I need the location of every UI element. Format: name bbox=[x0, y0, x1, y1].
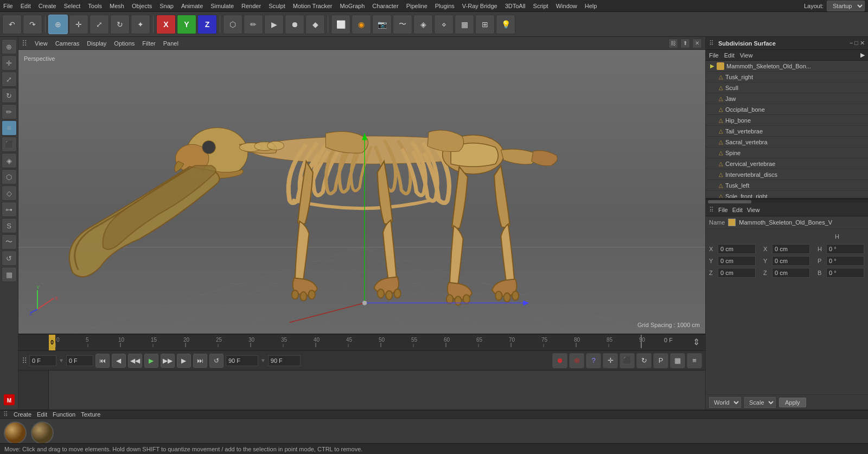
tree-item-root[interactable]: ▶ Mammoth_Skeleton_Old_Bon... bbox=[706, 61, 868, 72]
x-axis-button[interactable]: X bbox=[156, 15, 176, 34]
rp-expand-btn[interactable]: □ bbox=[854, 40, 858, 47]
move-tool-anim-btn[interactable]: ✛ bbox=[603, 353, 618, 368]
menu-3dtoall[interactable]: 3DToAll bbox=[505, 3, 526, 9]
sidebar-icon-bevel[interactable]: ◈ bbox=[2, 153, 17, 168]
field-button[interactable]: ▦ bbox=[455, 15, 474, 34]
tree-item-6[interactable]: △ Sacral_vertebra bbox=[706, 137, 868, 148]
object-tree[interactable]: ▶ Mammoth_Skeleton_Old_Bon... △ Tusk_rig… bbox=[706, 61, 868, 199]
sidebar-icon-extrude[interactable]: ⬛ bbox=[2, 137, 17, 152]
render-region-button[interactable]: ⊞ bbox=[475, 15, 495, 34]
menu-file[interactable]: File bbox=[3, 3, 13, 9]
tree-hscrollbar[interactable] bbox=[706, 199, 868, 203]
sidebar-icon-knife[interactable]: ⌗ bbox=[2, 120, 17, 136]
viewport-handle[interactable]: ⠿ bbox=[22, 39, 27, 48]
x-position-input[interactable] bbox=[718, 244, 756, 254]
next-frame-button[interactable]: ▶ bbox=[177, 354, 191, 368]
menu-sculpt[interactable]: Sculpt bbox=[269, 3, 285, 9]
transform-tool-button[interactable]: ✦ bbox=[131, 15, 150, 34]
timeline-track[interactable] bbox=[49, 370, 705, 410]
menu-create[interactable]: Create bbox=[39, 3, 56, 9]
vp-expand-btn[interactable]: ⬆ bbox=[680, 39, 690, 48]
viewport-menu-display[interactable]: Display bbox=[87, 40, 106, 47]
menu-window[interactable]: Window bbox=[556, 3, 577, 9]
prev-frame-button[interactable]: ◀ bbox=[112, 354, 126, 368]
tree-item-8[interactable]: △ Cervical_vertebrae bbox=[706, 158, 868, 169]
object-color-swatch[interactable] bbox=[728, 219, 736, 226]
vp-close-btn[interactable]: ✕ bbox=[692, 39, 702, 48]
sidebar-icon-smooth-shift[interactable]: S bbox=[2, 218, 17, 233]
goto-start-button[interactable]: ⏮ bbox=[95, 354, 110, 368]
viewport-menu-filter[interactable]: Filter bbox=[142, 40, 155, 47]
tree-item-0[interactable]: △ Tusk_right bbox=[706, 72, 868, 82]
tree-item-7[interactable]: △ Spine bbox=[706, 148, 868, 158]
sidebar-icon-bridge[interactable]: ⬡ bbox=[2, 169, 17, 184]
b-rotation-input[interactable] bbox=[826, 268, 864, 278]
viewport-menu-panel[interactable]: Panel bbox=[163, 40, 178, 47]
auto-keyframe-btn[interactable]: ⊛ bbox=[569, 353, 584, 368]
deformer-button[interactable]: ⋄ bbox=[434, 15, 454, 34]
tree-item-9[interactable]: △ Intervertebral_discs bbox=[706, 169, 868, 180]
move-tool-button[interactable]: ✛ bbox=[69, 15, 88, 34]
menu-simulate[interactable]: Simulate bbox=[210, 3, 234, 9]
y-size-input[interactable] bbox=[772, 256, 810, 266]
object-mode-button[interactable]: ⬡ bbox=[223, 15, 242, 34]
world-dropdown[interactable]: World bbox=[709, 397, 741, 408]
goto-end-button[interactable]: ⏭ bbox=[193, 354, 207, 368]
mat-edit-menu[interactable]: Edit bbox=[37, 411, 47, 418]
nurbs-button[interactable]: ◈ bbox=[413, 15, 433, 34]
select-tool-button[interactable]: ⊕ bbox=[48, 15, 68, 34]
mat-function-menu[interactable]: Function bbox=[53, 411, 75, 418]
tree-item-5[interactable]: △ Tail_vertebrae bbox=[706, 126, 868, 137]
y-position-input[interactable] bbox=[718, 256, 756, 266]
play-button[interactable]: ▶ bbox=[264, 15, 284, 34]
play-button[interactable]: ▶ bbox=[144, 354, 158, 368]
mat-texture-menu[interactable]: Texture bbox=[81, 411, 100, 418]
viewport-menu-cameras[interactable]: Cameras bbox=[55, 40, 80, 47]
sidebar-icon-loop[interactable]: ↺ bbox=[2, 251, 17, 266]
timeline-expand[interactable]: ⇕ bbox=[693, 337, 700, 347]
camera-button[interactable]: 📷 bbox=[372, 15, 392, 34]
h-rotation-input[interactable] bbox=[826, 244, 864, 254]
menu-pipeline[interactable]: Pipeline bbox=[406, 3, 427, 9]
sidebar-icon-magnet[interactable]: ⊶ bbox=[2, 202, 17, 217]
redo-button[interactable]: ↷ bbox=[23, 15, 42, 34]
keyframe-button[interactable]: ◆ bbox=[305, 15, 325, 34]
y-axis-button[interactable]: Y bbox=[177, 15, 196, 34]
obj-view-menu[interactable]: View bbox=[740, 52, 753, 59]
tree-item-10[interactable]: △ Tusk_left bbox=[706, 180, 868, 191]
menu-vray[interactable]: V-Ray Bridge bbox=[462, 3, 497, 9]
obj-edit-menu[interactable]: Edit bbox=[724, 52, 735, 59]
tree-item-3[interactable]: △ Occipital_bone bbox=[706, 104, 868, 115]
loop-button[interactable]: ↺ bbox=[209, 354, 224, 368]
list-btn[interactable]: ≡ bbox=[687, 353, 702, 368]
spline-button[interactable]: 〜 bbox=[393, 15, 412, 34]
props-edit-menu[interactable]: Edit bbox=[732, 207, 743, 213]
z-position-input[interactable] bbox=[718, 268, 756, 278]
rotate-tool-button[interactable]: ↻ bbox=[110, 15, 130, 34]
tree-item-2[interactable]: △ Jaw bbox=[706, 93, 868, 104]
props-file-menu[interactable]: File bbox=[718, 207, 728, 213]
menu-snap[interactable]: Snap bbox=[159, 3, 174, 9]
sidebar-icon-spline-tool[interactable]: 〜 bbox=[2, 234, 17, 250]
rp-close-btn[interactable]: ✕ bbox=[860, 40, 865, 47]
viewport-menu-options[interactable]: Options bbox=[114, 40, 135, 47]
sidebar-icon-rotate[interactable]: ↻ bbox=[2, 88, 17, 103]
render-button[interactable]: 💡 bbox=[496, 15, 515, 34]
edit-mode-button[interactable]: ✏ bbox=[244, 15, 263, 34]
undo-button[interactable]: ↶ bbox=[2, 15, 22, 34]
grid-anim-btn[interactable]: ▦ bbox=[670, 353, 685, 368]
rp-collapse-btn[interactable]: − bbox=[850, 40, 853, 47]
z-size-input[interactable] bbox=[772, 268, 810, 278]
menu-mesh[interactable]: Mesh bbox=[110, 3, 124, 9]
p-rotation-input[interactable] bbox=[826, 256, 864, 266]
light-button[interactable]: ◉ bbox=[352, 15, 371, 34]
tree-item-11[interactable]: △ Sole_front_right bbox=[706, 191, 868, 199]
end-frame-input[interactable] bbox=[226, 355, 258, 366]
apply-button[interactable]: Apply bbox=[779, 398, 806, 407]
menu-objects[interactable]: Objects bbox=[132, 3, 152, 9]
prev-play-button[interactable]: ◀◀ bbox=[128, 354, 142, 368]
viewport-canvas[interactable]: Perspective Grid Spacing : 1000 cm X Y Z bbox=[18, 50, 705, 334]
sidebar-icon-scale[interactable]: ⤢ bbox=[2, 72, 17, 87]
vp-link-btn[interactable]: ⛓ bbox=[668, 39, 678, 48]
key-tools-btn[interactable]: ⬛ bbox=[620, 353, 635, 368]
